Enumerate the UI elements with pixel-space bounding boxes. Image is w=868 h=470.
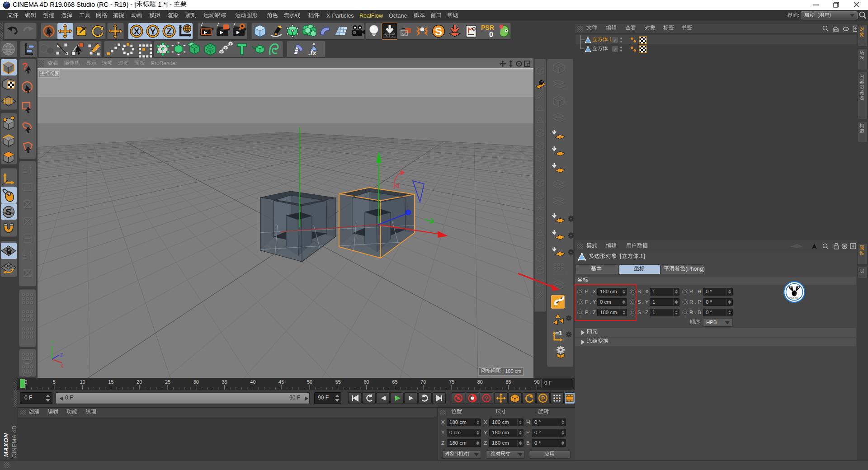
svg-text:Y: Y [150, 27, 156, 36]
svg-text:50: 50 [307, 379, 312, 385]
svg-text:XING ZOU: XING ZOU [789, 297, 799, 300]
svg-text:CINEMA 4D: CINEMA 4D [11, 425, 18, 458]
svg-text:5: 5 [53, 379, 56, 385]
svg-text:S: S [5, 207, 11, 217]
svg-text:80: 80 [477, 379, 483, 385]
svg-text:=1: =1 [555, 329, 562, 337]
svg-text:85: 85 [505, 379, 511, 385]
svg-text:40: 40 [250, 379, 255, 385]
svg-text:0: 0 [24, 379, 27, 385]
svg-text:10: 10 [80, 379, 85, 385]
svg-text:S: S [435, 25, 442, 38]
svg-text:20: 20 [137, 379, 142, 385]
svg-text:Z: Z [60, 353, 63, 358]
svg-text:55: 55 [335, 379, 341, 385]
svg-text:65: 65 [392, 379, 397, 385]
svg-text:Z: Z [166, 27, 172, 36]
svg-text:0: 0 [489, 31, 493, 38]
svg-text:75: 75 [449, 379, 454, 385]
svg-text:25: 25 [165, 379, 170, 385]
svg-text:30: 30 [193, 379, 199, 385]
svg-text:60: 60 [363, 379, 369, 385]
svg-text:Y: Y [51, 340, 54, 345]
svg-text:?: ? [485, 395, 488, 402]
svg-text:.fx: .fx [308, 49, 316, 56]
svg-text:70: 70 [420, 379, 426, 385]
svg-text:15: 15 [108, 379, 113, 385]
svg-text:45: 45 [278, 379, 284, 385]
svg-text:PSR: PSR [481, 24, 494, 31]
svg-text:X: X [61, 364, 64, 369]
svg-text:P: P [541, 395, 545, 402]
svg-text:35: 35 [222, 379, 227, 385]
svg-text:X: X [134, 27, 140, 36]
svg-text:MAXON: MAXON [3, 433, 9, 457]
svg-text:90: 90 [534, 379, 539, 385]
